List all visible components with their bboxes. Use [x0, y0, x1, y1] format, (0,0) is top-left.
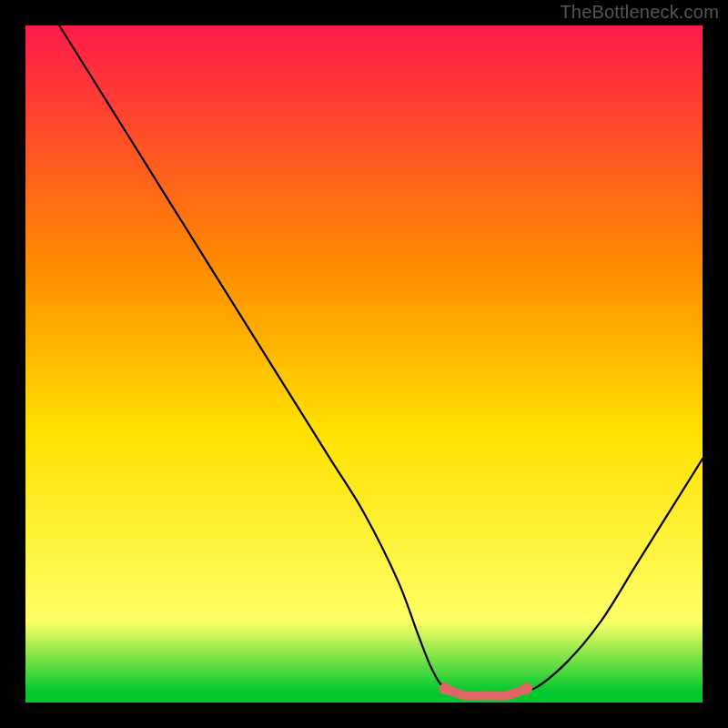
bottleneck-plot: [25, 25, 703, 703]
watermark-text: TheBottleneck.com: [560, 2, 719, 23]
gradient-background: [25, 25, 703, 703]
chart-frame: TheBottleneck.com: [0, 0, 728, 728]
optimal-endpoint-dot: [440, 683, 451, 695]
optimal-endpoint-dot: [521, 683, 532, 695]
